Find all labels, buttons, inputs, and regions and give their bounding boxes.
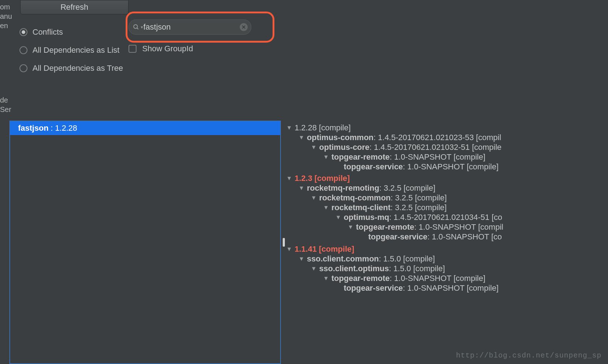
clear-search-button[interactable]: [240, 23, 248, 31]
expand-triangle-icon[interactable]: ▼: [322, 275, 330, 282]
view-option-all-dependencies-as-list[interactable]: All Dependencies as List: [19, 41, 129, 59]
view-option-label: All Dependencies as Tree: [32, 64, 123, 73]
tree-node[interactable]: ▼rocketmq-common : 3.2.5 [compile]: [310, 193, 608, 203]
tree-node[interactable]: ▼optimus-common : 1.4.5-20170621.021023-…: [298, 133, 608, 142]
expand-triangle-icon[interactable]: ▼: [347, 224, 355, 230]
view-option-label: Conflicts: [32, 27, 63, 37]
view-option-conflicts[interactable]: Conflicts: [19, 23, 129, 41]
tree-node[interactable]: ▼topgear-remote : 1.0-SNAPSHOT [compile]: [322, 274, 608, 283]
expand-triangle-icon[interactable]: ▼: [334, 214, 342, 221]
tree-node-tail: : 1.4.5-20170621.021032-51 [compile: [369, 143, 501, 152]
tree-node-name: optimus-core: [319, 143, 369, 152]
refresh-button[interactable]: Refresh: [20, 0, 129, 14]
tree-node-tail: : 1.5.0 [compile]: [379, 254, 435, 264]
tree-node-tail: : 1.0-SNAPSHOT [co: [427, 232, 502, 242]
tree-node-tail: : 1.0-SNAPSHOT [compil: [414, 222, 503, 232]
tree-node[interactable]: ▼topgear-service : 1.0-SNAPSHOT [co: [359, 232, 608, 242]
result-name: fastjson: [18, 124, 48, 133]
expand-triangle-icon[interactable]: ▼: [285, 125, 293, 131]
expand-triangle-icon[interactable]: ▼: [310, 144, 318, 151]
show-groupid-label: Show GroupId: [142, 44, 193, 53]
watermark-text: http://blog.csdn.net/sunpeng_sp: [456, 351, 602, 360]
expand-triangle-icon[interactable]: ▼: [285, 246, 293, 252]
tree-node-tail: : 3.2.5 [compile]: [391, 193, 447, 203]
tree-node-name: optimus-mq: [344, 213, 389, 222]
tree-node-name: sso.client.common: [307, 254, 379, 264]
tree-node-name: optimus-common: [307, 133, 374, 142]
tree-node[interactable]: ▼optimus-core : 1.4.5-20170621.021032-51…: [310, 143, 608, 152]
radio-icon: [19, 46, 27, 54]
expand-triangle-icon[interactable]: ▼: [298, 134, 305, 141]
expand-triangle-icon[interactable]: ▼: [298, 256, 305, 262]
dependency-tree-panel[interactable]: ▼1.2.28 [compile]▼optimus-common : 1.4.5…: [285, 121, 608, 364]
tree-node[interactable]: ▼topgear-service : 1.0-SNAPSHOT [compile…: [334, 283, 608, 293]
tree-node-name: topgear-service: [344, 162, 403, 172]
tree-node-name: rocketmq-client: [331, 203, 391, 212]
tree-node-label: 1.2.3 [compile]: [295, 174, 350, 183]
tree-node-tail: : 1.0-SNAPSHOT [compile]: [390, 274, 485, 283]
expand-triangle-icon[interactable]: ▼: [310, 265, 318, 272]
tree-node-name: topgear-remote: [331, 274, 390, 283]
tree-node-tail: : 3.2.5 [compile]: [391, 203, 447, 212]
tree-node[interactable]: ▼rocketmq-client : 3.2.5 [compile]: [322, 203, 608, 212]
expand-triangle-icon[interactable]: ▼: [298, 185, 305, 191]
show-groupid-checkbox[interactable]: Show GroupId: [129, 44, 287, 53]
tree-node-tail: : 1.0-SNAPSHOT [compile]: [403, 162, 499, 172]
search-input[interactable]: [129, 20, 251, 35]
tree-node-tail: : 1.4.5-20170621.021023-53 [compil: [374, 133, 501, 142]
tree-node-name: topgear-service: [368, 232, 427, 242]
tree-node[interactable]: ▼optimus-mq : 1.4.5-20170621.021034-51 […: [334, 213, 608, 222]
tree-node[interactable]: ▼sso.client.common : 1.5.0 [compile]: [298, 254, 608, 264]
tree-node-label: 1.1.41 [compile]: [295, 244, 354, 254]
tree-node-name: topgear-service: [344, 283, 403, 293]
tree-node-label: 1.2.28 [compile]: [295, 123, 351, 133]
tree-node[interactable]: ▼1.2.28 [compile]: [285, 123, 608, 133]
view-option-label: All Dependencies as List: [32, 46, 120, 55]
tree-node-tail: : 3.2.5 [compile]: [379, 183, 435, 193]
tree-node[interactable]: ▼topgear-service : 1.0-SNAPSHOT [compile…: [334, 162, 608, 172]
splitter-grip-icon: [283, 238, 285, 247]
tree-node[interactable]: ▼topgear-remote : 1.0-SNAPSHOT [compile]: [322, 152, 608, 162]
tree-node-tail: : 1.0-SNAPSHOT [compile]: [403, 283, 499, 293]
tree-node-name: rocketmq-common: [319, 193, 391, 203]
tree-node[interactable]: ▼sso.client.optimus : 1.5.0 [compile]: [310, 264, 608, 273]
cropped-left-edge: omanuen deSer: [0, 0, 9, 116]
checkbox-icon: [129, 45, 136, 53]
tree-node[interactable]: ▼1.1.41 [compile]: [285, 244, 608, 254]
tree-node-name: rocketmq-remoting: [307, 183, 379, 193]
refresh-button-label: Refresh: [60, 3, 88, 12]
tree-node-name: topgear-remote: [331, 152, 390, 162]
radio-icon: [19, 64, 27, 72]
expand-triangle-icon[interactable]: ▼: [310, 195, 318, 201]
expand-triangle-icon[interactable]: ▼: [322, 204, 330, 211]
result-version: : 1.2.28: [51, 124, 77, 133]
tree-node-tail: : 1.0-SNAPSHOT [compile]: [390, 152, 485, 162]
radio-icon: [19, 28, 27, 36]
tree-node-name: topgear-remote: [356, 222, 414, 232]
tree-node[interactable]: ▼1.2.3 [compile]: [285, 174, 608, 183]
view-option-all-dependencies-as-tree[interactable]: All Dependencies as Tree: [19, 59, 129, 77]
expand-triangle-icon[interactable]: ▼: [285, 175, 293, 182]
tree-node[interactable]: ▼rocketmq-remoting : 3.2.5 [compile]: [298, 183, 608, 193]
expand-triangle-icon[interactable]: ▼: [322, 154, 330, 160]
results-panel[interactable]: fastjson : 1.2.28: [9, 121, 281, 364]
panel-splitter[interactable]: [282, 121, 285, 364]
tree-node-tail: : 1.5.0 [compile]: [389, 264, 445, 273]
tree-node-name: sso.client.optimus: [319, 264, 389, 273]
result-row[interactable]: fastjson : 1.2.28: [10, 121, 280, 135]
tree-node[interactable]: ▼topgear-remote : 1.0-SNAPSHOT [compil: [347, 222, 608, 232]
tree-node-tail: : 1.4.5-20170621.021034-51 [co: [389, 213, 502, 222]
